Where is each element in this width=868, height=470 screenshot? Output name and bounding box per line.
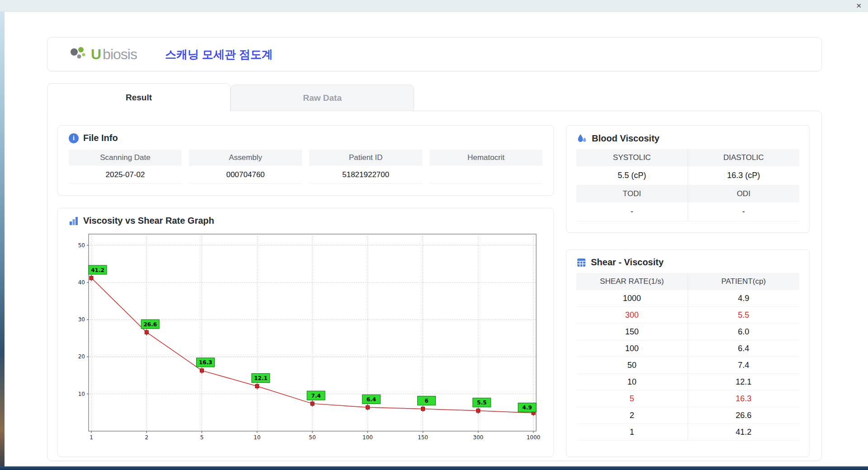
shear-table-row: 516.3 bbox=[576, 390, 799, 407]
app-title: 스캐닝 모세관 점도계 bbox=[165, 47, 273, 62]
svg-text:1000: 1000 bbox=[527, 434, 541, 441]
shear-rate-value: 150 bbox=[576, 324, 688, 340]
ubiosis-logo: Ubiosis bbox=[68, 45, 137, 63]
svg-text:40: 40 bbox=[78, 279, 85, 286]
shear-table-row: 141.2 bbox=[576, 424, 799, 441]
graph-title: Viscosity vs Shear Rate Graph bbox=[83, 216, 214, 226]
tab-raw-data-label: Raw Data bbox=[303, 93, 342, 103]
svg-text:50: 50 bbox=[78, 242, 85, 249]
diastolic-header: DIASTOLIC bbox=[688, 149, 800, 166]
field-scanning-date: Scanning Date 2025-07-02 bbox=[69, 150, 182, 184]
shear-rate-value: 1 bbox=[576, 424, 688, 440]
shear-table-row: 1506.0 bbox=[576, 324, 799, 340]
field-assembly: Assembly 000704760 bbox=[189, 150, 302, 184]
close-icon[interactable]: ✕ bbox=[856, 2, 862, 10]
odi-header: ODI bbox=[688, 185, 800, 202]
svg-text:50: 50 bbox=[309, 434, 316, 441]
hematocrit-value bbox=[429, 166, 542, 184]
window-titlebar: ✕ bbox=[0, 0, 868, 12]
patient-viscosity-value: 5.5 bbox=[688, 307, 800, 323]
hematocrit-label: Hematocrit bbox=[429, 150, 542, 166]
patient-viscosity-value: 7.4 bbox=[688, 357, 800, 373]
patient-column-header: PATIENT(cp) bbox=[688, 273, 800, 290]
info-icon: i bbox=[69, 133, 79, 143]
blood-viscosity-panel: Blood Viscosity SYSTOLIC DIASTOLIC 5.5 (… bbox=[566, 125, 810, 233]
svg-text:16.3: 16.3 bbox=[199, 359, 212, 366]
todi-value: - bbox=[576, 202, 688, 221]
svg-text:12.1: 12.1 bbox=[254, 375, 268, 381]
shear-table-row: 1012.1 bbox=[576, 374, 799, 390]
shear-rate-column-header: SHEAR RATE(1/s) bbox=[576, 273, 688, 290]
svg-text:1: 1 bbox=[90, 434, 93, 441]
file-info-panel: i File Info Scanning Date 2025-07-02 Ass… bbox=[57, 125, 554, 196]
svg-text:6.4: 6.4 bbox=[367, 396, 376, 403]
droplet-icon bbox=[576, 133, 587, 144]
shear-table-row: 1006.4 bbox=[576, 340, 799, 357]
shear-rate-value: 50 bbox=[576, 357, 688, 373]
svg-text:100: 100 bbox=[363, 434, 373, 441]
logo-text-u: U bbox=[91, 46, 101, 63]
viscosity-graph-panel: Viscosity vs Shear Rate Graph 1020304050… bbox=[57, 208, 554, 457]
field-hematocrit: Hematocrit bbox=[429, 150, 542, 184]
shear-rate-value: 10 bbox=[576, 374, 688, 390]
svg-text:2: 2 bbox=[145, 434, 148, 441]
tab-result[interactable]: Result bbox=[47, 83, 231, 111]
header-card: Ubiosis 스캐닝 모세관 점도계 bbox=[47, 37, 822, 71]
assembly-value: 000704760 bbox=[189, 166, 302, 184]
bar-chart-icon bbox=[69, 216, 79, 226]
shear-table-body: 10004.93005.51506.01006.4507.41012.1516.… bbox=[576, 290, 799, 441]
blood-viscosity-table: SYSTOLIC DIASTOLIC 5.5 (cP) 16.3 (cP) TO… bbox=[576, 149, 799, 221]
systolic-header: SYSTOLIC bbox=[576, 149, 688, 166]
app-window: Ubiosis 스캐닝 모세관 점도계 Result Raw Data i Fi… bbox=[5, 12, 868, 466]
shear-rate-value: 300 bbox=[576, 307, 688, 323]
table-icon bbox=[576, 258, 586, 268]
todi-header: TODI bbox=[576, 185, 688, 202]
shear-rate-value: 2 bbox=[576, 407, 688, 423]
svg-text:5: 5 bbox=[200, 434, 204, 441]
patient-viscosity-value: 6.0 bbox=[688, 324, 800, 340]
shear-table-row: 226.6 bbox=[576, 407, 799, 424]
patient-id-value: 51821922700 bbox=[309, 166, 422, 184]
svg-text:10: 10 bbox=[78, 391, 85, 397]
desktop-background-strip bbox=[0, 12, 5, 466]
shear-rate-value: 100 bbox=[576, 340, 688, 357]
svg-text:10: 10 bbox=[254, 434, 260, 441]
svg-text:4.9: 4.9 bbox=[522, 404, 532, 411]
tab-result-label: Result bbox=[126, 93, 152, 103]
shear-table-row: 507.4 bbox=[576, 357, 799, 374]
svg-text:26.6: 26.6 bbox=[143, 321, 157, 328]
svg-text:20: 20 bbox=[78, 353, 85, 360]
patient-viscosity-value: 26.6 bbox=[688, 407, 800, 423]
svg-text:7.4: 7.4 bbox=[311, 393, 321, 399]
svg-text:150: 150 bbox=[418, 434, 428, 441]
svg-text:5.5: 5.5 bbox=[477, 400, 486, 406]
logo-dots-icon bbox=[68, 45, 89, 63]
scanning-date-label: Scanning Date bbox=[69, 150, 182, 166]
assembly-label: Assembly bbox=[189, 150, 302, 166]
patient-viscosity-value: 6.4 bbox=[688, 340, 800, 357]
shear-viscosity-title: Shear - Viscosity bbox=[591, 257, 664, 268]
svg-text:300: 300 bbox=[473, 434, 483, 441]
patient-viscosity-value: 16.3 bbox=[688, 390, 800, 407]
shear-table-row: 3005.5 bbox=[576, 307, 799, 324]
patient-viscosity-value: 12.1 bbox=[688, 374, 800, 390]
patient-viscosity-value: 41.2 bbox=[688, 424, 800, 440]
field-patient-id: Patient ID 51821922700 bbox=[309, 150, 422, 184]
content-card: i File Info Scanning Date 2025-07-02 Ass… bbox=[47, 111, 822, 461]
patient-id-label: Patient ID bbox=[309, 150, 422, 166]
patient-viscosity-value: 4.9 bbox=[688, 290, 800, 306]
odi-value: - bbox=[688, 202, 800, 221]
logo-text-biosis: biosis bbox=[103, 46, 137, 63]
shear-table-row: 10004.9 bbox=[576, 290, 799, 307]
desktop-bottom-strip bbox=[0, 466, 868, 470]
svg-text:6: 6 bbox=[425, 398, 428, 404]
viscosity-shear-chart: 10203040501251050100150300100041.226.616… bbox=[69, 231, 543, 444]
tab-raw-data[interactable]: Raw Data bbox=[231, 85, 414, 111]
shear-rate-value: 1000 bbox=[576, 290, 688, 306]
svg-text:30: 30 bbox=[78, 316, 85, 323]
shear-viscosity-panel: Shear - Viscosity SHEAR RATE(1/s) PATIEN… bbox=[566, 249, 810, 457]
blood-viscosity-title: Blood Viscosity bbox=[592, 133, 660, 144]
diastolic-value: 16.3 (cP) bbox=[688, 166, 800, 185]
svg-text:41.2: 41.2 bbox=[91, 267, 104, 273]
systolic-value: 5.5 (cP) bbox=[576, 166, 688, 185]
